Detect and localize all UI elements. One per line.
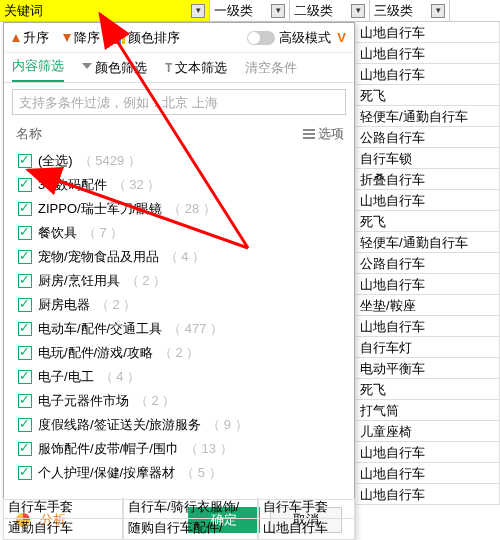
arrow-down-icon <box>63 34 71 42</box>
filter-dropdown-icon[interactable] <box>191 4 205 18</box>
data-cell: 轻便车/通勤自行车 <box>356 232 500 253</box>
sort-desc-button[interactable]: 降序 <box>63 29 100 47</box>
bottom-rows-peek: 自行车手套 自行车/骑行衣服饰/ 自行车手套 通勤自行车 随购自行车配件/ 山地… <box>3 498 355 540</box>
item-label: 厨房电器 <box>38 296 90 314</box>
clear-filters-button[interactable]: 清空条件 <box>245 59 297 82</box>
filter-dropdown-icon[interactable] <box>431 4 445 18</box>
data-cell: 自行车灯 <box>356 337 500 358</box>
tab-content-label: 内容筛选 <box>12 57 64 75</box>
sort-asc-label: 升序 <box>23 29 49 47</box>
item-label: 3C数码配件 <box>38 176 107 194</box>
item-label: 电子元器件市场 <box>38 392 129 410</box>
item-count: （ 13 ） <box>185 440 233 458</box>
checkbox[interactable] <box>18 322 32 336</box>
sort-asc-button[interactable]: 升序 <box>12 29 49 47</box>
list-item[interactable]: 电子元器件市场（ 2 ） <box>18 389 354 413</box>
filter-tabs: 内容筛选 颜色筛选 T 文本筛选 清空条件 <box>4 53 354 83</box>
item-label: 厨房/烹饪用具 <box>38 272 120 290</box>
item-label: (全选) <box>38 152 73 170</box>
list-item[interactable]: ZIPPO/瑞士军刀/眼镜（ 28 ） <box>18 197 354 221</box>
data-cell: 轻便车/通勤自行车 <box>356 106 500 127</box>
advanced-toggle[interactable] <box>247 31 275 45</box>
data-cell: 山地自行车 <box>356 64 500 85</box>
list-header-name: 名称 <box>16 125 42 143</box>
list-item[interactable]: 电动车/配件/交通工具（ 477 ） <box>18 317 354 341</box>
data-cell: 公路自行车 <box>356 253 500 274</box>
item-count: （ 2 ） <box>135 392 175 410</box>
funnel-icon <box>82 63 92 73</box>
item-count: （ 9 ） <box>207 416 247 434</box>
data-cell: 坐垫/鞍座 <box>356 295 500 316</box>
filter-dropdown-icon[interactable] <box>351 4 365 18</box>
data-cell: 山地自行车 <box>356 442 500 463</box>
checkbox[interactable] <box>18 298 32 312</box>
item-count: （ 2 ） <box>126 272 166 290</box>
tab-content-filter[interactable]: 内容筛选 <box>12 57 64 82</box>
item-label: 电玩/配件/游戏/攻略 <box>38 344 153 362</box>
item-label: 餐饮具 <box>38 224 77 242</box>
item-label: ZIPPO/瑞士军刀/眼镜 <box>38 200 162 218</box>
checkbox[interactable] <box>18 370 32 384</box>
checkbox[interactable] <box>18 202 32 216</box>
search-input[interactable] <box>12 89 346 115</box>
tab-text-label: 文本筛选 <box>175 59 227 77</box>
checkbox[interactable] <box>18 442 32 456</box>
item-count: （ 2 ） <box>96 296 136 314</box>
tab-color-filter[interactable]: 颜色筛选 <box>82 59 147 82</box>
item-label: 宠物/宠物食品及用品 <box>38 248 159 266</box>
list-item[interactable]: (全选)（ 5429 ） <box>18 149 354 173</box>
list-item[interactable]: 3C数码配件（ 32 ） <box>18 173 354 197</box>
text-icon: T <box>165 61 172 75</box>
col-level2-label: 二级类 <box>294 2 333 20</box>
v-badge-icon: V <box>337 30 346 45</box>
list-item[interactable]: 个人护理/保健/按摩器材（ 5 ） <box>18 461 354 485</box>
item-count: （ 2 ） <box>159 344 199 362</box>
list-item[interactable]: 度假线路/签证送关/旅游服务（ 9 ） <box>18 413 354 437</box>
checkbox[interactable] <box>18 154 32 168</box>
sort-color-button[interactable]: 颜色排序 <box>114 29 180 47</box>
filter-list: (全选)（ 5429 ）3C数码配件（ 32 ）ZIPPO/瑞士军刀/眼镜（ 2… <box>4 147 354 499</box>
item-count: （ 4 ） <box>100 368 140 386</box>
checkbox[interactable] <box>18 250 32 264</box>
checkbox[interactable] <box>18 178 32 192</box>
data-cell: 自行车锁 <box>356 148 500 169</box>
list-item[interactable]: 厨房电器（ 2 ） <box>18 293 354 317</box>
data-cell: 折叠自行车 <box>356 169 500 190</box>
cell: 自行车手套 <box>258 498 355 519</box>
data-cell: 打气筒 <box>356 400 500 421</box>
checkbox[interactable] <box>18 274 32 288</box>
data-cell: 死飞 <box>356 85 500 106</box>
checkbox[interactable] <box>18 466 32 480</box>
list-item[interactable]: 电玩/配件/游戏/攻略（ 2 ） <box>18 341 354 365</box>
list-item[interactable]: 电子/电工（ 4 ） <box>18 365 354 389</box>
tab-text-filter[interactable]: T 文本筛选 <box>165 59 227 82</box>
column-headers: 关键词 一级类 二级类 三级类 <box>0 0 500 22</box>
menu-icon <box>303 129 315 139</box>
data-cell: 山地自行车 <box>356 463 500 484</box>
sort-row: 升序 降序 颜色排序 高级模式 V <box>4 23 354 53</box>
col-level3-label: 三级类 <box>374 2 413 20</box>
list-item[interactable]: 餐饮具（ 7 ） <box>18 221 354 245</box>
list-item[interactable]: 厨房/烹饪用具（ 2 ） <box>18 269 354 293</box>
options-button[interactable]: 选项 <box>303 125 344 143</box>
checkbox[interactable] <box>18 418 32 432</box>
list-item[interactable]: 宠物/宠物食品及用品（ 4 ） <box>18 245 354 269</box>
checkbox[interactable] <box>18 226 32 240</box>
item-label: 个人护理/保健/按摩器材 <box>38 464 175 482</box>
cell: 自行车手套 <box>3 498 123 519</box>
item-count: （ 5429 ） <box>79 152 141 170</box>
data-cell: 山地自行车 <box>356 190 500 211</box>
tab-color-label: 颜色筛选 <box>95 59 147 77</box>
checkbox[interactable] <box>18 394 32 408</box>
data-cell: 山地自行车 <box>356 484 500 505</box>
data-cell: 山地自行车 <box>356 274 500 295</box>
list-item[interactable]: 服饰配件/皮带/帽子/围巾（ 13 ） <box>18 437 354 461</box>
data-cell: 山地自行车 <box>356 43 500 64</box>
filter-dropdown-icon[interactable] <box>271 4 285 18</box>
item-count: （ 4 ） <box>165 248 205 266</box>
checkbox[interactable] <box>18 346 32 360</box>
col-level3: 三级类 <box>370 0 450 21</box>
data-cell: 儿童座椅 <box>356 421 500 442</box>
item-label: 度假线路/签证送关/旅游服务 <box>38 416 201 434</box>
advanced-label: 高级模式 <box>279 29 331 47</box>
